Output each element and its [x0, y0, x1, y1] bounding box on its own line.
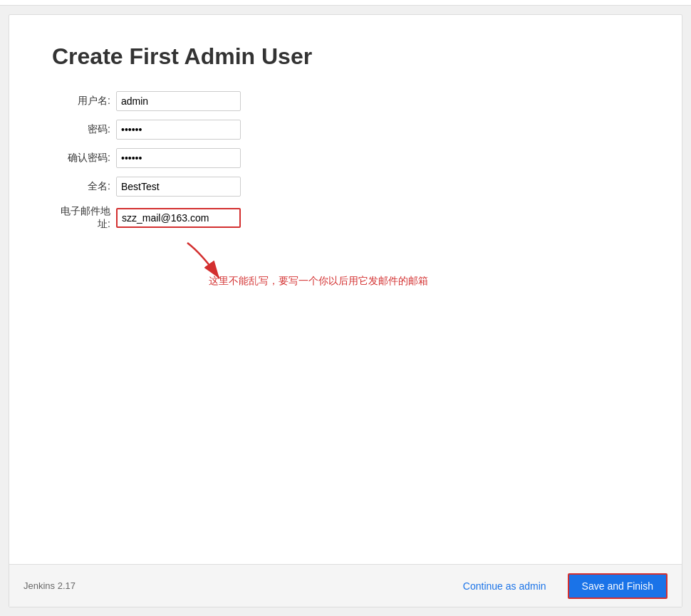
annotation-text: 这里不能乱写，要写一个你以后用它发邮件的邮箱 — [209, 275, 428, 288]
email-label: 电子邮件地址: — [52, 205, 116, 231]
form-title: Create First Admin User — [52, 43, 639, 70]
fullname-input[interactable] — [116, 177, 241, 197]
annotation-container: 这里不能乱写，要写一个你以后用它发邮件的邮箱 — [123, 239, 639, 296]
confirm-password-label: 确认密码: — [52, 152, 116, 165]
confirm-password-input[interactable] — [116, 148, 241, 168]
username-label: 用户名: — [52, 95, 116, 108]
password-row: 密码: — [52, 120, 639, 140]
email-row: 电子邮件地址: — [52, 205, 639, 231]
main-content: Create First Admin User 用户名: 密码: 确认密码: 全… — [9, 14, 682, 607]
version-text: Jenkins 2.17 — [24, 580, 76, 591]
username-row: 用户名: — [52, 91, 639, 111]
password-label: 密码: — [52, 123, 116, 136]
password-input[interactable] — [116, 120, 241, 140]
email-input[interactable] — [116, 208, 241, 228]
arrow-area: 这里不能乱写，要写一个你以后用它发邮件的邮箱 — [123, 239, 408, 296]
username-input[interactable] — [116, 91, 241, 111]
footer-actions: Continue as admin Save and Finish — [456, 573, 667, 599]
footer: Jenkins 2.17 Continue as admin Save and … — [9, 564, 682, 607]
top-bar — [0, 0, 691, 6]
fullname-row: 全名: — [52, 177, 639, 197]
form-area: Create First Admin User 用户名: 密码: 确认密码: 全… — [9, 15, 682, 564]
confirm-password-row: 确认密码: — [52, 148, 639, 168]
continue-as-admin-button[interactable]: Continue as admin — [456, 576, 554, 596]
save-and-finish-button[interactable]: Save and Finish — [568, 573, 667, 599]
fullname-label: 全名: — [52, 180, 116, 193]
